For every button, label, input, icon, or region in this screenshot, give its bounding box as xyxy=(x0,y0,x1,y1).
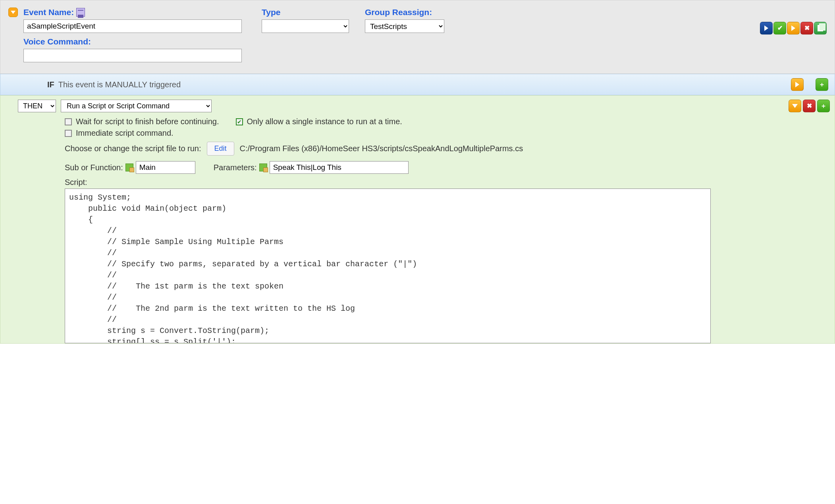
group-select[interactable]: TestScripts xyxy=(365,19,444,33)
chevron-down-icon xyxy=(792,104,798,108)
play-icon xyxy=(791,25,795,31)
immediate-label: Immediate script command. xyxy=(76,129,174,138)
voice-command-label: Voice Command: xyxy=(23,37,91,46)
play-icon xyxy=(795,82,799,87)
close-icon: ✖ xyxy=(807,103,812,109)
sub-input[interactable] xyxy=(136,161,195,174)
script-label: Script: xyxy=(65,178,830,187)
script-icon[interactable] xyxy=(259,164,267,171)
if-add-button[interactable]: ＋ xyxy=(816,78,828,91)
delete-button[interactable]: ✖ xyxy=(800,22,813,35)
copy-icon xyxy=(818,25,823,31)
single-instance-label: Only allow a single instance to run at a… xyxy=(247,117,402,126)
params-label: Parameters: xyxy=(214,163,257,172)
event-header: Event Name: Voice Command: Type Group Re… xyxy=(0,0,835,74)
type-select[interactable] xyxy=(262,19,349,33)
chevron-down-icon xyxy=(11,11,15,14)
choose-script-label: Choose or change the script file to run: xyxy=(65,144,201,153)
checkbox-icon xyxy=(65,118,72,125)
if-condition-row: IF This event is MANUALLY triggered ＋ xyxy=(0,74,835,95)
voice-command-input[interactable] xyxy=(23,49,242,62)
edit-script-button[interactable]: Edit xyxy=(207,142,234,156)
wait-label: Wait for script to finish before continu… xyxy=(76,117,219,126)
if-run-button[interactable] xyxy=(791,78,804,91)
if-keyword: IF xyxy=(47,80,54,89)
sub-label: Sub or Function: xyxy=(65,163,123,172)
then-block: THEN Run a Script or Script Command ✖ ＋ … xyxy=(0,95,835,344)
then-keyword-select[interactable]: THEN xyxy=(18,100,56,112)
single-instance-checkbox[interactable]: Only allow a single instance to run at a… xyxy=(236,117,402,126)
run-button[interactable] xyxy=(787,22,800,35)
event-name-label: Event Name: xyxy=(23,8,262,17)
advanced-button[interactable] xyxy=(760,22,773,35)
play-icon xyxy=(764,25,768,31)
confirm-button[interactable]: ✔ xyxy=(773,22,786,35)
plus-icon: ＋ xyxy=(820,103,827,109)
immediate-checkbox[interactable]: Immediate script command. xyxy=(65,129,174,138)
script-textarea[interactable]: using System; public void Main(object pa… xyxy=(65,189,711,343)
checkbox-icon xyxy=(65,130,72,137)
wait-checkbox[interactable]: Wait for script to finish before continu… xyxy=(65,117,219,126)
plus-icon: ＋ xyxy=(819,81,825,88)
then-expand-button[interactable] xyxy=(789,100,801,112)
script-path: C:/Program Files (x86)/HomeSeer HS3/scri… xyxy=(240,144,523,153)
checkbox-icon xyxy=(236,118,243,125)
if-text: This event is MANUALLY triggered xyxy=(58,80,181,89)
check-icon: ✔ xyxy=(777,25,783,31)
close-icon: ✖ xyxy=(804,25,810,31)
event-name-input[interactable] xyxy=(23,19,242,33)
then-action-select[interactable]: Run a Script or Script Command xyxy=(61,100,212,112)
collapse-toggle[interactable] xyxy=(8,8,18,17)
document-icon[interactable] xyxy=(76,8,85,17)
copy-button[interactable] xyxy=(814,22,827,35)
script-icon[interactable] xyxy=(125,164,133,171)
then-add-button[interactable]: ＋ xyxy=(817,100,830,112)
params-input[interactable] xyxy=(270,161,409,174)
group-label: Group Reassign: xyxy=(365,8,432,17)
then-delete-button[interactable]: ✖ xyxy=(803,100,816,112)
type-label: Type xyxy=(262,8,280,17)
